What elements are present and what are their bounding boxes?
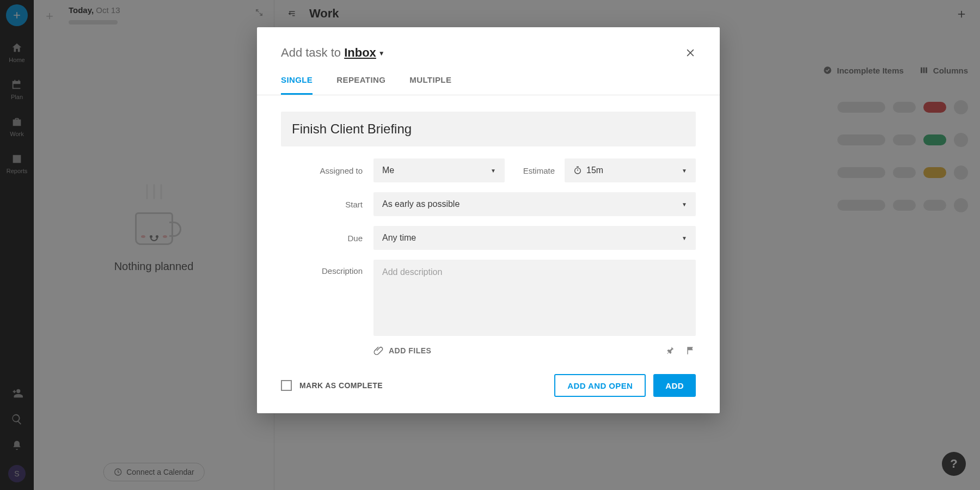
- estimate-select[interactable]: 15m ▼: [565, 158, 696, 182]
- description-input[interactable]: Add description: [373, 260, 696, 336]
- mark-complete-checkbox[interactable]: [281, 380, 292, 391]
- chevron-down-icon: ▼: [682, 201, 687, 207]
- due-value: Any time: [382, 233, 416, 243]
- destination-link[interactable]: Inbox: [344, 46, 376, 59]
- description-placeholder: Add description: [382, 267, 442, 277]
- due-select[interactable]: Any time ▼: [373, 226, 696, 250]
- due-label: Due: [281, 234, 373, 243]
- tab-multiple[interactable]: MULTIPLE: [409, 75, 451, 95]
- add-files-label: ADD FILES: [389, 346, 431, 355]
- mark-complete-label: MARK AS COMPLETE: [299, 381, 383, 390]
- assigned-label: Assigned to: [281, 166, 373, 175]
- start-label: Start: [281, 200, 373, 209]
- start-select[interactable]: As early as possible ▼: [373, 192, 696, 216]
- add-files-button[interactable]: ADD FILES: [373, 346, 431, 356]
- chevron-down-icon: ▼: [682, 168, 687, 174]
- estimate-label: Estimate: [505, 166, 565, 175]
- pin-icon[interactable]: [666, 346, 675, 356]
- task-title-input[interactable]: [281, 112, 696, 146]
- chevron-down-icon: ▼: [682, 235, 687, 241]
- assigned-select[interactable]: Me ▼: [373, 158, 505, 182]
- modal-title: Add task to Inbox▼: [281, 46, 385, 60]
- description-label: Description: [281, 260, 373, 275]
- flag-icon[interactable]: [686, 346, 696, 356]
- assigned-value: Me: [382, 166, 394, 175]
- chevron-down-icon: ▼: [491, 168, 496, 174]
- svg-point-2: [575, 168, 581, 174]
- tab-repeating[interactable]: REPEATING: [336, 75, 385, 95]
- tab-single[interactable]: SINGLE: [281, 75, 313, 95]
- paperclip-icon: [373, 346, 383, 356]
- add-task-modal: Add task to Inbox▼ SINGLE REPEATING MULT…: [257, 27, 720, 413]
- close-button[interactable]: [685, 47, 696, 58]
- timer-icon: [573, 166, 582, 175]
- close-icon: [685, 47, 696, 58]
- add-and-open-button[interactable]: ADD AND OPEN: [554, 374, 646, 397]
- chevron-down-icon[interactable]: ▼: [378, 50, 385, 57]
- start-value: As early as possible: [382, 199, 460, 209]
- add-button[interactable]: ADD: [653, 374, 696, 397]
- modal-tabs: SINGLE REPEATING MULTIPLE: [257, 60, 720, 95]
- estimate-value: 15m: [586, 166, 603, 175]
